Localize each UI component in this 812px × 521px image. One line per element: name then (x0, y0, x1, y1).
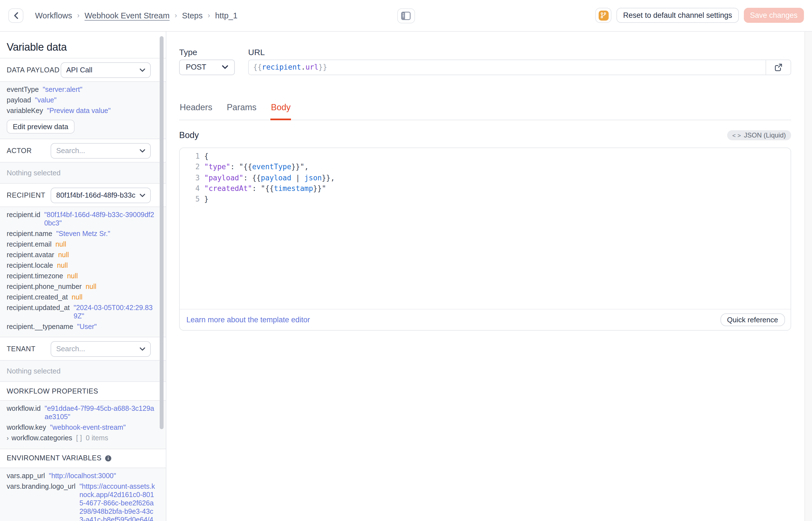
recipient-select[interactable]: 80f1f4bf-166d-48f9-b33c (51, 187, 151, 203)
variable-row: recipient.localenull (7, 262, 156, 270)
variable-key: recipient.__typename (7, 323, 73, 331)
recipient-row: RECIPIENT 80f1f4bf-166d-48f9-b33c (0, 183, 166, 206)
breadcrumb-item[interactable]: http_1 (215, 11, 238, 20)
quick-reference-button[interactable]: Quick reference (720, 313, 785, 326)
external-link-icon (774, 63, 782, 71)
edit-preview-data-button[interactable]: Edit preview data (7, 120, 74, 134)
variable-row: recipient.__typename"User" (7, 323, 156, 331)
variable-value: null (55, 241, 66, 249)
step-editor-main: Type POST URL {{recipient.url}} (166, 31, 812, 521)
variable-key: recipient.email (7, 241, 51, 249)
back-button[interactable] (8, 8, 23, 23)
variable-key: eventType (7, 86, 39, 94)
chevron-down-icon (140, 68, 145, 71)
type-label: Type (179, 47, 235, 56)
variable-key: recipient.name (7, 230, 52, 238)
save-changes-button[interactable]: Save changes (744, 8, 804, 23)
breadcrumb-separator: › (175, 12, 177, 20)
variable-value: null (58, 251, 69, 259)
line-number: 2 (180, 162, 204, 173)
variable-row: recipient.name"Steven Metz Sr." (7, 230, 156, 238)
tab-headers[interactable]: Headers (179, 102, 213, 120)
method-select[interactable]: POST (179, 59, 235, 75)
body-section-title: Body (179, 130, 199, 140)
variable-value: "server:alert" (43, 86, 82, 94)
actor-select[interactable]: Search... (51, 143, 151, 158)
variable-row: recipient.id"80f1f4bf-166d-48f9-b33c-390… (7, 211, 156, 228)
template-editor-docs-link[interactable]: Learn more about the template editor (186, 316, 310, 324)
data-payload-row: DATA PAYLOAD API Call (0, 58, 166, 81)
commit-changes-button[interactable] (595, 8, 612, 23)
variable-key: recipient.id (7, 211, 40, 228)
main-scrollbar-track[interactable] (805, 31, 812, 521)
panel-left-icon (401, 12, 411, 20)
data-payload-select[interactable]: API Call (61, 62, 151, 78)
environment-variables-section: vars.app_url"http://localhost:3000"vars.… (0, 467, 166, 521)
variable-row: ›workflow.categories[ ]0 items (7, 434, 156, 443)
variable-key: recipient.updated_at (7, 304, 70, 321)
url-label: URL (248, 47, 791, 56)
reset-channel-settings-button[interactable]: Reset to default channel settings (617, 8, 739, 23)
chevron-right-icon[interactable]: › (7, 434, 9, 443)
variable-key: workflow.key (7, 424, 46, 432)
actor-empty-state: Nothing selected (0, 162, 166, 183)
tenant-select[interactable]: Search... (51, 341, 151, 357)
chevron-down-icon (140, 347, 145, 350)
data-payload-label: DATA PAYLOAD (7, 66, 59, 74)
code-line: 3"payload": {{payload | json}}, (180, 172, 790, 183)
topbar: Workflows›Webhook Event Stream›Steps›htt… (0, 0, 812, 31)
variable-row: variableKey"Preview data value" (7, 107, 156, 115)
variable-value: "https://account-assets.knock.app/42d161… (79, 482, 156, 521)
url-value: {{recipient.url}} (249, 63, 765, 71)
variable-key: recipient.created_at (7, 293, 68, 302)
variable-value: null (72, 293, 82, 302)
variable-value: null (86, 283, 97, 291)
workflow-properties-header: WORKFLOW PROPERTIES (0, 381, 166, 400)
variable-key: recipient.avatar (7, 251, 54, 259)
git-branch-icon (598, 10, 608, 20)
variable-row: workflow.key"webhook-event-stream" (7, 424, 156, 432)
code-line: 2"type": "{{eventType}}", (180, 162, 790, 173)
tab-body[interactable]: Body (270, 102, 291, 120)
url-input[interactable]: {{recipient.url}} (248, 59, 791, 75)
breadcrumb-item[interactable]: Workflows (35, 11, 72, 20)
tenant-label: TENANT (7, 345, 35, 353)
variable-value: null (67, 272, 78, 280)
variable-value: "Preview data value" (47, 107, 111, 115)
variable-row: recipient.updated_at"2024-03-05T00:42:29… (7, 304, 156, 321)
topbar-actions: Reset to default channel settings Save c… (595, 8, 804, 23)
payload-preview-section: eventType"server:alert"payload"value"var… (0, 81, 166, 139)
recipient-preview-section: recipient.id"80f1f4bf-166d-48f9-b33c-390… (0, 206, 166, 337)
sidebar-title: Variable data (0, 31, 166, 58)
variable-row: recipient.timezonenull (7, 272, 156, 280)
variable-key: workflow.categories (11, 434, 72, 443)
sidebar-toggle-button[interactable] (397, 8, 415, 23)
line-number: 4 (180, 183, 204, 194)
variable-value: "Steven Metz Sr." (56, 230, 110, 238)
code-area[interactable]: 1{2"type": "{{eventType}}",3"payload": {… (180, 148, 790, 205)
breadcrumb-item[interactable]: Steps (182, 11, 202, 20)
variable-value: null (57, 262, 68, 270)
variable-count: 0 items (86, 434, 108, 443)
actor-label: ACTOR (7, 147, 32, 155)
variable-key: variableKey (7, 107, 43, 115)
chevron-down-icon (222, 65, 228, 69)
chevron-left-icon (13, 12, 19, 19)
body-template-editor[interactable]: 1{2"type": "{{eventType}}",3"payload": {… (179, 147, 791, 330)
info-icon[interactable] (105, 455, 112, 461)
variable-data-sidebar: Variable data DATA PAYLOAD API Call even… (0, 31, 166, 521)
sidebar-scrollbar[interactable] (160, 36, 164, 429)
variable-value: "2024-03-05T00:42:29.839Z" (74, 304, 156, 321)
breadcrumb-item[interactable]: Webhook Event Stream (85, 11, 170, 20)
variable-row: recipient.created_atnull (7, 293, 156, 302)
recipient-label: RECIPIENT (7, 191, 45, 199)
environment-variables-header: ENVIRONMENT VARIABLES (0, 448, 166, 467)
breadcrumb-separator: › (77, 12, 79, 20)
tenant-empty-state: Nothing selected (0, 360, 166, 381)
variable-value: "http://localhost:3000" (49, 472, 116, 480)
open-external-button[interactable] (765, 60, 790, 74)
tab-params[interactable]: Params (226, 102, 257, 120)
variable-key: recipient.timezone (7, 272, 63, 280)
request-tabs: HeadersParamsBody (179, 102, 791, 120)
chevron-down-icon (140, 149, 145, 152)
